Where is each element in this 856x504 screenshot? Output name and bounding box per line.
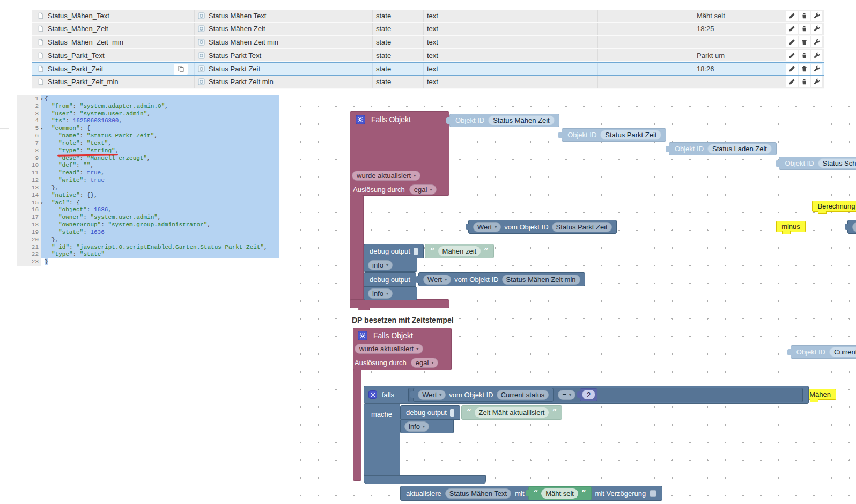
falls-objekt-1-spine[interactable] xyxy=(350,195,364,300)
string-block[interactable]: “ Mäht seit ” xyxy=(528,486,592,500)
condition-block[interactable]: Wert vom Objekt ID Current status = 2 xyxy=(408,388,803,402)
string-shadow-block[interactable]: “ Zeit Mäht aktuallisiert ” xyxy=(461,405,562,420)
target-id-field[interactable]: Status Mähen Text xyxy=(445,488,511,499)
code-line: 12"write": true xyxy=(17,177,279,184)
comment-block-maehen[interactable]: Mähen xyxy=(804,389,836,400)
gear-icon[interactable] xyxy=(358,331,367,340)
gear-icon[interactable] xyxy=(368,390,377,399)
gear-icon[interactable] xyxy=(356,115,365,124)
wert-label: Wert xyxy=(427,276,442,284)
delete-button[interactable] xyxy=(799,76,810,87)
log-level-dropdown[interactable]: info xyxy=(404,421,429,432)
delete-button[interactable] xyxy=(799,36,810,47)
string-field[interactable]: Zeit Mäht aktuallisiert xyxy=(475,407,549,418)
wurde-aktualisiert-dropdown[interactable]: wurde aktualisiert xyxy=(355,344,423,354)
config-button[interactable] xyxy=(811,36,822,47)
edit-button[interactable] xyxy=(786,36,798,47)
object-type-cell: state xyxy=(373,23,424,35)
wert-block-floating-left[interactable]: Wert vom Objekt ID Status Parkt Zeit xyxy=(468,220,617,234)
delete-button[interactable] xyxy=(799,50,810,61)
operator-dropdown[interactable]: = xyxy=(558,390,575,400)
wert-dropdown[interactable]: Wert xyxy=(423,275,451,285)
empty-cell xyxy=(519,49,598,62)
line-number: 14 xyxy=(17,192,41,199)
debug-output-block-3[interactable]: debug output “ Zeit Mäht aktuallisiert ”… xyxy=(400,405,562,433)
table-row[interactable]: Status_Mähen_ZeitStatus Mähen Zeitstatet… xyxy=(32,23,824,36)
config-button[interactable] xyxy=(811,76,822,87)
json-editor[interactable]: 1▾{2"from": "system.adapter.admin.0",3"u… xyxy=(17,95,279,266)
target-id-field[interactable]: Status Mähen Zeit min xyxy=(502,275,580,285)
falls-objekt-2-spine[interactable] xyxy=(353,370,361,481)
object-type-cell: state xyxy=(373,63,424,75)
object-type-cell: state xyxy=(373,36,424,48)
edit-button[interactable] xyxy=(786,76,798,87)
falls-block[interactable]: falls Wert vom Objekt ID Current status … xyxy=(364,386,809,404)
table-row[interactable]: Status_Parkt_Zeit_minStatus Parkt Zeit m… xyxy=(32,76,824,89)
edit-button[interactable] xyxy=(786,11,798,21)
objekt-id-block[interactable]: Objekt ID Status Schlafen Zeit xyxy=(779,157,856,170)
objekt-id-field[interactable]: Status Mähen Zeit xyxy=(488,115,555,125)
edit-button[interactable] xyxy=(786,64,798,75)
comment-block-minus[interactable]: minus xyxy=(776,221,806,232)
objekt-id-field[interactable]: Current status xyxy=(829,347,856,357)
falls-objekt-block-1[interactable]: Falls Objekt xyxy=(350,111,449,196)
number-block[interactable]: 2 xyxy=(580,388,597,401)
table-row[interactable]: Status_Parkt_ZeitStatus Parkt Zeitstatet… xyxy=(32,62,824,76)
wert-block-floating-right[interactable]: Wert vom Objekt ID Status Mähen Zeit xyxy=(847,220,856,234)
code-line: 3"user": "system.user.admin", xyxy=(17,110,279,118)
delete-button[interactable] xyxy=(799,24,810,34)
config-button[interactable] xyxy=(811,50,822,61)
objekt-id-block[interactable]: Objekt ID Current status xyxy=(791,345,856,359)
objekt-id-block[interactable]: Objekt ID Status Laden Zeit xyxy=(669,142,777,155)
table-row[interactable]: Status_Parkt_TextStatus Parkt Textstatet… xyxy=(32,49,824,63)
objekt-id-block[interactable]: Objekt ID Status Mähen Zeit xyxy=(449,114,559,127)
objekt-id-field[interactable]: Status Parkt Zeit xyxy=(600,130,661,140)
delay-checkbox[interactable] xyxy=(650,490,656,497)
debug-output-block-1[interactable]: debug output “ Mähen zeit ” info xyxy=(364,244,494,272)
fold-arrow-icon[interactable]: ▾ xyxy=(40,95,43,103)
config-button[interactable] xyxy=(811,24,822,34)
wert-block[interactable]: Wert vom Objekt ID Status Mähen Zeit min xyxy=(418,272,585,286)
workspace-comment[interactable]: DP besetzen mit Zeitstempel xyxy=(352,316,454,324)
falls-block-bottom[interactable] xyxy=(364,475,486,484)
log-level-dropdown[interactable]: info xyxy=(368,260,393,270)
value-connector xyxy=(450,409,454,417)
target-id-field[interactable]: Current status xyxy=(497,390,549,400)
comment-block-berechnung[interactable]: Berechnung xyxy=(812,201,856,212)
aktualisiere-block-text[interactable]: aktualisiere Status Mähen Text mit “ Mäh… xyxy=(400,486,662,501)
objekt-id-field[interactable]: Status Schlafen Zeit xyxy=(818,158,856,168)
wert-dropdown[interactable]: Wert xyxy=(418,390,446,400)
wurde-aktualisiert-dropdown[interactable]: wurde aktualisiert xyxy=(352,171,420,181)
trigger-dropdown[interactable]: egal xyxy=(409,184,437,195)
table-row[interactable]: Status_Mähen_Zeit_minStatus Mähen Zeit m… xyxy=(32,36,824,49)
fold-arrow-icon[interactable]: ▾ xyxy=(40,199,43,207)
falls-objekt-1-bottom[interactable] xyxy=(350,299,449,308)
wert-dropdown[interactable]: Wert xyxy=(852,222,856,232)
wert-dropdown[interactable]: Wert xyxy=(473,222,501,232)
trigger-dropdown[interactable]: egal xyxy=(411,358,439,368)
string-field[interactable]: Mähen zeit xyxy=(438,246,481,256)
config-button[interactable] xyxy=(811,11,822,21)
fold-arrow-icon[interactable]: ▾ xyxy=(40,125,43,132)
objekt-id-block[interactable]: Objekt ID Status Parkt Zeit xyxy=(562,128,666,142)
wrench-icon xyxy=(813,52,820,59)
string-shadow-block[interactable]: “ Mähen zeit ” xyxy=(425,244,494,258)
delete-button[interactable] xyxy=(799,11,810,21)
edit-button[interactable] xyxy=(786,50,798,61)
copy-button[interactable] xyxy=(174,64,188,75)
edit-button[interactable] xyxy=(786,24,798,34)
string-field[interactable]: Mäht seit xyxy=(541,488,578,499)
debug-output-block-2[interactable]: debug output Wert vom Objekt ID Status M… xyxy=(364,272,585,300)
selection-fragment: } xyxy=(45,258,48,265)
code-text: "user": "system.user.admin", xyxy=(41,110,279,118)
delete-button[interactable] xyxy=(799,64,810,75)
target-id-field[interactable]: Status Parkt Zeit xyxy=(552,222,612,232)
log-level-dropdown[interactable]: info xyxy=(368,288,393,299)
object-id-text: Status_Parkt_Zeit xyxy=(48,65,103,73)
document-icon xyxy=(38,12,44,20)
config-button[interactable] xyxy=(811,64,822,75)
wert-block[interactable]: Wert vom Objekt ID Current status xyxy=(413,388,554,402)
table-row[interactable]: Status_Mähen_TextStatus Mähen Textstatet… xyxy=(32,10,824,23)
number-field[interactable]: 2 xyxy=(582,390,595,399)
objekt-id-field[interactable]: Status Laden Zeit xyxy=(707,144,772,154)
